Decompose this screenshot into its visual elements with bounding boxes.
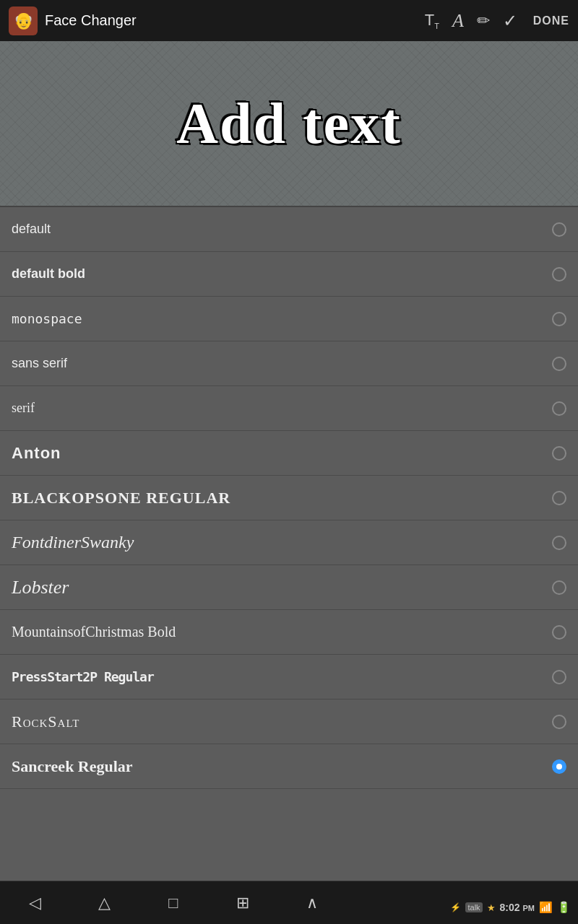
font-radio-pressstart bbox=[552, 670, 566, 684]
font-label-monospace: monospace bbox=[12, 311, 552, 326]
preview-text-content: Add text bbox=[176, 92, 402, 155]
font-item-pressstart[interactable]: PressStart2P Regular bbox=[0, 655, 578, 699]
font-label-pressstart: PressStart2P Regular bbox=[12, 669, 552, 684]
toolbar-icons: TT A ✏ ✓ DONE bbox=[425, 10, 569, 32]
font-radio-fontdiner bbox=[552, 536, 566, 550]
font-item-default-bold[interactable]: default bold bbox=[0, 252, 578, 297]
font-label-rocksalt: RockSalt bbox=[12, 712, 552, 731]
time-display: 8:02 PM bbox=[500, 902, 535, 913]
font-radio-serif bbox=[552, 401, 566, 416]
wifi-icon: 📶 bbox=[539, 901, 553, 914]
font-radio-default bbox=[552, 222, 566, 237]
font-label-mountains: MountainsofChristmas Bold bbox=[12, 624, 552, 640]
font-list: defaultdefault boldmonospacesans serifse… bbox=[0, 207, 578, 881]
font-icon[interactable]: A bbox=[452, 10, 464, 32]
preview-text: Add text bbox=[176, 91, 402, 157]
bottom-nav-icons: ◁ △ □ ⊞ ∧ bbox=[0, 881, 347, 924]
status-bar: ⚡ talk ★ 8:02 PM 📶 🔋 bbox=[450, 901, 571, 914]
font-radio-sans-serif bbox=[552, 357, 566, 371]
font-radio-lobster bbox=[552, 580, 566, 595]
usb-icon: ⚡ bbox=[450, 902, 461, 912]
font-item-fontdiner[interactable]: FontdinerSwanky bbox=[0, 520, 578, 565]
font-item-mountains[interactable]: MountainsofChristmas Bold bbox=[0, 610, 578, 655]
font-item-blackops[interactable]: BlackOpsOne Regular bbox=[0, 476, 578, 520]
bottom-bar: ◁ △ □ ⊞ ∧ ⚡ talk ★ 8:02 PM 📶 🔋 bbox=[0, 881, 578, 924]
font-label-serif: serif bbox=[12, 401, 552, 416]
star-icon: ★ bbox=[487, 902, 496, 913]
text-size-icon[interactable]: TT bbox=[425, 11, 439, 30]
back-button[interactable]: ◁ bbox=[17, 889, 53, 918]
font-item-lobster[interactable]: Lobster bbox=[0, 565, 578, 610]
talk-badge: talk bbox=[465, 902, 482, 912]
font-item-anton[interactable]: Anton bbox=[0, 431, 578, 476]
font-radio-mountains bbox=[552, 625, 566, 640]
font-radio-rocksalt bbox=[552, 715, 566, 729]
font-item-default[interactable]: default bbox=[0, 207, 578, 252]
done-button[interactable]: DONE bbox=[533, 14, 569, 27]
home-button[interactable]: △ bbox=[86, 889, 122, 918]
font-label-sans-serif: sans serif bbox=[12, 356, 552, 371]
app-title: Face Changer bbox=[45, 12, 425, 29]
top-bar: 👴 Face Changer TT A ✏ ✓ DONE bbox=[0, 0, 578, 41]
font-label-sancreek: Sancreek Regular bbox=[12, 757, 552, 776]
brush-icon[interactable]: ✏ bbox=[477, 12, 490, 30]
font-radio-anton bbox=[552, 446, 566, 461]
font-label-lobster: Lobster bbox=[12, 577, 552, 598]
battery-icon: 🔋 bbox=[557, 901, 571, 914]
font-item-rocksalt[interactable]: RockSalt bbox=[0, 699, 578, 744]
font-item-serif[interactable]: serif bbox=[0, 386, 578, 431]
font-item-sancreek[interactable]: Sancreek Regular bbox=[0, 744, 578, 789]
grid-button[interactable]: ⊞ bbox=[225, 889, 261, 918]
font-radio-monospace bbox=[552, 312, 566, 326]
font-label-default-bold: default bold bbox=[12, 266, 552, 282]
font-radio-default-bold bbox=[552, 267, 566, 282]
font-label-fontdiner: FontdinerSwanky bbox=[12, 533, 552, 552]
font-label-blackops: BlackOpsOne Regular bbox=[12, 489, 552, 507]
font-item-monospace[interactable]: monospace bbox=[0, 297, 578, 341]
font-radio-blackops bbox=[552, 491, 566, 505]
app-icon: 👴 bbox=[9, 6, 38, 35]
font-radio-sancreek bbox=[552, 759, 566, 774]
recents-button[interactable]: □ bbox=[155, 889, 191, 918]
app-icon-emoji: 👴 bbox=[14, 12, 33, 30]
font-item-sans-serif[interactable]: sans serif bbox=[0, 341, 578, 386]
preview-area: Add text bbox=[0, 41, 578, 207]
font-label-anton: Anton bbox=[12, 444, 552, 463]
font-label-default: default bbox=[12, 222, 552, 237]
up-button[interactable]: ∧ bbox=[294, 889, 330, 918]
checkmark-icon[interactable]: ✓ bbox=[503, 11, 517, 31]
